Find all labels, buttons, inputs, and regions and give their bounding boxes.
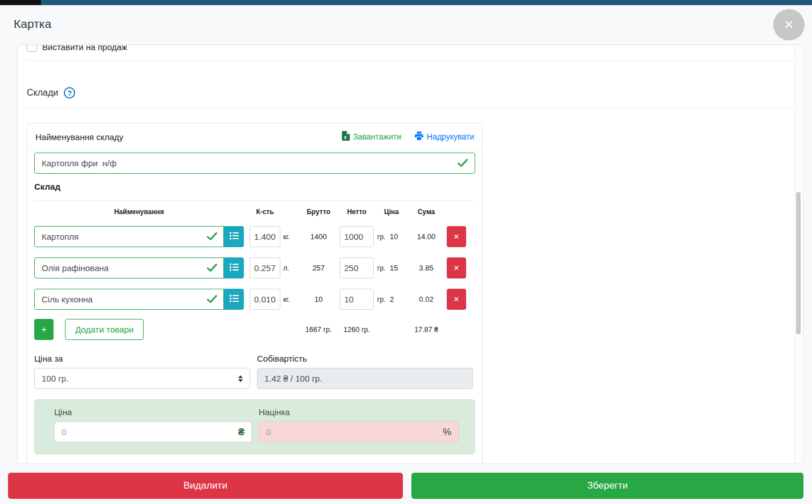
modal-title: Картка — [14, 17, 51, 31]
ingredient-name-group — [34, 226, 244, 247]
list-icon — [230, 232, 239, 241]
price-field: Ціна 0 ₴ — [54, 407, 252, 442]
col-header-price: Ціна — [377, 208, 406, 216]
price-per-label: Ціна за — [34, 354, 250, 363]
excel-file-icon: x — [342, 131, 350, 142]
warehouses-section-header: Склади ? — [27, 87, 794, 99]
print-link-label: Надрукувати — [427, 132, 474, 141]
sale-checkbox[interactable] — [27, 44, 37, 52]
cost-field: Собівартість 1.42 ₴ / 100 гр. — [257, 354, 473, 389]
download-link[interactable]: x Завантажити — [342, 131, 402, 142]
price-per-selected-value: 100 гр. — [42, 374, 68, 383]
printer-icon — [415, 132, 423, 142]
price-value: 10 — [390, 232, 406, 241]
valid-check-icon — [207, 232, 217, 243]
netto-input[interactable] — [340, 289, 374, 310]
divider — [27, 60, 794, 61]
download-link-label: Завантажити — [353, 132, 402, 141]
ingredient-name-input[interactable] — [34, 289, 224, 310]
delete-row-icon: ✕ — [454, 264, 460, 272]
plus-icon: + — [41, 325, 46, 334]
brutto-value: 257 — [300, 264, 337, 272]
ingredient-row: кг. 1400 гр. 10 14.00 ✕ — [34, 226, 475, 247]
quantity-input[interactable] — [250, 226, 280, 247]
delete-button[interactable]: Видалити — [8, 473, 403, 499]
select-product-button[interactable] — [224, 289, 244, 310]
table-footer-row: + Додати товари 1667 гр. 1260 гр. 17.87 … — [34, 319, 475, 340]
ingredient-row: кг. 10 гр. 2 0.02 ✕ — [34, 289, 475, 310]
card-header-links: x Завантажити Надрукувати — [342, 131, 474, 142]
price-input-group: 0 ₴ — [54, 421, 252, 442]
markup-input[interactable]: 0 — [266, 427, 271, 437]
netto-input[interactable] — [340, 226, 374, 247]
total-netto: 1260 гр. — [340, 326, 374, 334]
col-header-name: Найменування — [34, 208, 244, 216]
save-button[interactable]: Зберегти — [411, 473, 803, 499]
add-buttons-group: + Додати товари — [34, 319, 244, 340]
sum-value: 14.00 — [409, 232, 443, 241]
warehouses-section-title: Склади — [27, 88, 58, 98]
help-icon[interactable]: ? — [64, 87, 75, 99]
markup-label: Націнка — [259, 407, 459, 417]
scrollbar-thumb[interactable] — [796, 192, 801, 334]
warehouse-name-input[interactable] — [34, 153, 475, 174]
divider — [34, 200, 475, 201]
brutto-value: 10 — [300, 295, 337, 304]
delete-row-button[interactable]: ✕ — [447, 226, 466, 247]
sum-value: 0.02 — [409, 295, 443, 304]
close-button[interactable]: ✕ — [773, 9, 805, 40]
select-product-button[interactable] — [224, 226, 244, 247]
delete-row-button[interactable]: ✕ — [447, 257, 466, 278]
composition-title: Склад — [34, 182, 475, 191]
price-input[interactable]: 0 — [62, 427, 66, 437]
price-label: Ціна — [54, 407, 252, 417]
price-per-select[interactable]: 100 гр. — [34, 368, 250, 389]
price-per-field: Ціна за 100 гр. — [34, 354, 250, 389]
quantity-unit: кг. — [283, 233, 298, 241]
valid-check-icon — [207, 264, 217, 274]
delete-row-button[interactable]: ✕ — [447, 289, 466, 310]
divider — [27, 108, 794, 108]
price-per-section: Ціна за 100 гр. Собівартість 1.42 ₴ / 10… — [34, 354, 475, 389]
add-products-button[interactable]: Додати товари — [65, 319, 144, 340]
col-header-netto: Нетто — [340, 208, 374, 216]
cost-readonly-value: 1.42 ₴ / 100 гр. — [257, 368, 473, 389]
price-value: 2 — [390, 295, 406, 304]
netto-input[interactable] — [340, 257, 374, 278]
col-header-sum: Сума — [409, 208, 443, 216]
ingredient-name-group — [34, 289, 244, 310]
list-icon — [230, 294, 239, 304]
print-link[interactable]: Надрукувати — [415, 132, 474, 142]
markup-field: Націнка 0 % — [259, 407, 459, 442]
total-brutto: 1667 гр. — [300, 326, 337, 334]
card-modal: Картка ✕ Виставити на продаж Склади ? На… — [0, 0, 812, 504]
sale-checkbox-label: Виставити на продаж — [42, 44, 127, 52]
ingredients-table-header: Найменування К-сть Брутто Нетто Ціна Сум… — [34, 208, 475, 216]
sum-value: 3.85 — [409, 264, 443, 272]
ingredient-name-input[interactable] — [34, 226, 224, 247]
ingredient-row: л. 257 гр. 15 3.85 ✕ — [34, 257, 475, 278]
delete-row-icon: ✕ — [454, 232, 460, 241]
add-row-button[interactable]: + — [34, 319, 54, 340]
select-product-button[interactable] — [224, 257, 244, 278]
topbar-accent-strip — [41, 0, 812, 5]
ingredient-name-input[interactable] — [34, 257, 224, 278]
ingredient-name-group — [34, 257, 244, 278]
quantity-input[interactable] — [250, 289, 280, 310]
topbar-dark-segment — [0, 0, 41, 5]
delete-row-icon: ✕ — [454, 295, 460, 304]
quantity-input[interactable] — [250, 257, 280, 278]
svg-text:x: x — [344, 134, 346, 140]
warehouse-card: Найменування складу x Завантажити Надрук… — [27, 123, 483, 464]
markup-input-group: 0 % — [259, 421, 459, 442]
modal-body-scroll-area: Виставити на продаж Склади ? Найменуванн… — [17, 44, 803, 464]
col-header-qty: К-сть — [250, 208, 280, 216]
warehouse-card-header: Найменування складу x Завантажити Надрук… — [27, 124, 482, 150]
top-bar — [0, 0, 812, 5]
price-panel: Ціна 0 ₴ Націнка 0 % — [34, 399, 475, 454]
percent-suffix: % — [443, 427, 451, 438]
quantity-unit: кг. — [283, 296, 298, 304]
netto-unit: гр. — [377, 264, 390, 272]
hryvnia-suffix: ₴ — [238, 427, 244, 438]
valid-check-icon — [207, 295, 217, 305]
